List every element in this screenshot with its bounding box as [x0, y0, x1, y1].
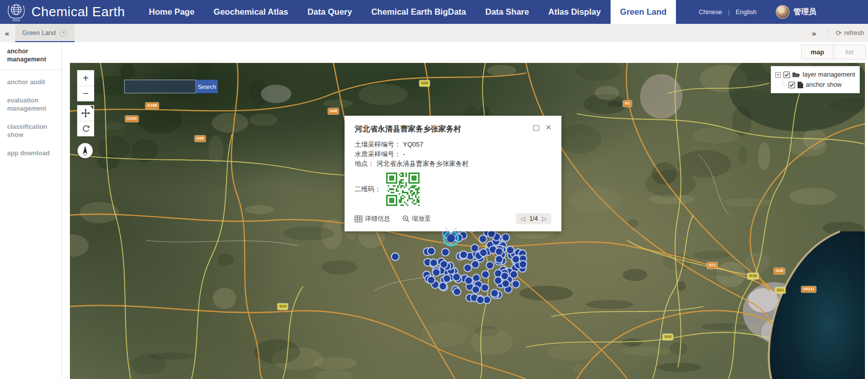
- sample-point-marker[interactable]: [427, 247, 436, 256]
- sample-point-marker[interactable]: [490, 289, 499, 297]
- sidebar-item-app-download[interactable]: app download: [0, 144, 61, 162]
- sample-point-marker[interactable]: [459, 250, 468, 259]
- tabbar-right: » ⟳ refresh: [807, 24, 868, 42]
- popup-field: 土壤采样编号：YQ057: [355, 140, 551, 149]
- sample-point-marker[interactable]: [452, 273, 461, 282]
- popup-maximize-icon[interactable]: [533, 125, 539, 131]
- nav-item-data-query[interactable]: Data Query: [298, 0, 362, 24]
- sample-point-marker[interactable]: [510, 270, 518, 279]
- pager-prev-icon[interactable]: ◁: [520, 215, 525, 222]
- sample-point-marker[interactable]: [439, 260, 448, 269]
- lang-english[interactable]: English: [736, 9, 757, 16]
- sample-point-marker[interactable]: [519, 260, 527, 269]
- popup-close-icon[interactable]: ×: [546, 124, 551, 131]
- lang-separator: |: [728, 9, 730, 16]
- popup-title: 河北省永清县曹家务乡张家务村: [355, 124, 528, 134]
- sample-point-marker[interactable]: [452, 287, 461, 296]
- nav-item-data-share[interactable]: Data Share: [476, 0, 539, 24]
- satellite-map[interactable]: G108G104G95G45S26G2G1G3S24S71G25G18S21G0…: [70, 63, 865, 379]
- layer-root-row[interactable]: layer management: [775, 70, 855, 80]
- view-map-button[interactable]: map: [801, 45, 834, 59]
- rotate-tool-button[interactable]: [78, 121, 94, 136]
- layer-child-row[interactable]: anchor show: [782, 80, 855, 90]
- layer-child-label: anchor show: [806, 81, 842, 88]
- nav-item-atlas-display[interactable]: Atlas Display: [539, 0, 611, 24]
- sample-point-marker[interactable]: [441, 248, 449, 256]
- sample-point-marker[interactable]: [495, 255, 504, 264]
- user-menu[interactable]: 管理员: [776, 5, 816, 19]
- lang-chinese[interactable]: Chinese: [699, 9, 722, 16]
- tab-label: Green Land: [22, 29, 56, 37]
- zoom-in-button[interactable]: +: [78, 71, 94, 86]
- field-label: 水质采样编号：: [355, 149, 401, 159]
- layer-child-checkbox[interactable]: [788, 82, 795, 88]
- nav-item-geochemical-atlas[interactable]: Geochemical Atlas: [204, 0, 298, 24]
- tabs-scroll-left-icon[interactable]: «: [0, 24, 14, 42]
- popup-footer: 详细信息 缩放至 ◁ 1/4 ▷: [355, 212, 551, 225]
- layer-management-panel: layer management anchor show: [771, 66, 860, 93]
- sidebar-item-classification-show[interactable]: classification show: [0, 118, 61, 144]
- nav-item-chemical-earth-bigdata[interactable]: Chemical Earth BigData: [362, 0, 476, 24]
- sample-point-marker[interactable]: [427, 275, 436, 284]
- sample-point-marker[interactable]: [511, 280, 520, 288]
- zoom-out-button[interactable]: −: [78, 86, 94, 101]
- sample-point-marker[interactable]: [391, 253, 400, 261]
- field-value: YQ057: [403, 140, 423, 149]
- search-button[interactable]: Search: [196, 80, 218, 93]
- sample-point-marker[interactable]: [464, 276, 473, 285]
- sample-point-marker[interactable]: [430, 259, 438, 267]
- view-list-button[interactable]: list: [834, 45, 866, 59]
- sample-point-marker[interactable]: [476, 296, 484, 304]
- sidebar-item-evaluation-management[interactable]: evaluation management: [0, 91, 61, 118]
- qr-code: [386, 173, 420, 206]
- refresh-button[interactable]: ⟳ refresh: [828, 28, 864, 38]
- road-badge: S71: [707, 262, 718, 268]
- pager-next-icon[interactable]: ▷: [542, 215, 547, 222]
- nav-item-green-land[interactable]: Green Land: [611, 0, 676, 24]
- sample-point-marker[interactable]: [439, 282, 447, 290]
- pager-current: 1/4: [529, 215, 538, 222]
- zoom-to-icon: [402, 215, 409, 222]
- map-search: Search: [124, 80, 218, 93]
- language-switch: Chinese | English: [699, 9, 757, 16]
- detail-info-label: 详细信息: [365, 215, 390, 223]
- sample-point-marker[interactable]: [501, 272, 509, 281]
- sidebar-item-anchor-management[interactable]: anchor management: [0, 42, 61, 68]
- layer-root-label: layer management: [803, 71, 855, 78]
- sample-point-marker[interactable]: [486, 261, 495, 270]
- sample-point-marker[interactable]: [502, 280, 510, 288]
- popup-pointer: [445, 226, 457, 233]
- sample-point-marker[interactable]: [506, 246, 515, 255]
- sample-point-marker[interactable]: [472, 285, 480, 294]
- sidebar-item-anchor-audit[interactable]: anchor audit: [0, 73, 61, 91]
- table-icon: [355, 216, 362, 222]
- compass-control[interactable]: [78, 143, 93, 158]
- sample-point-marker[interactable]: [501, 233, 510, 242]
- globe-logo-icon: ICGG: [6, 2, 26, 23]
- sample-point-marker[interactable]: [480, 283, 489, 292]
- zoom-to-button[interactable]: 缩放至: [402, 215, 431, 223]
- pan-tool-button[interactable]: [78, 106, 94, 121]
- sidebar-divider: [0, 70, 61, 70]
- road-badge: G104: [125, 116, 138, 122]
- search-input[interactable]: [124, 80, 196, 93]
- tabs-scroll-right-icon[interactable]: »: [807, 29, 821, 38]
- sample-point-marker[interactable]: [479, 249, 487, 257]
- field-label: 地点：: [355, 159, 374, 168]
- tab-green-land[interactable]: Green Land ✕: [15, 24, 74, 42]
- sample-point-marker[interactable]: [471, 260, 480, 268]
- sample-point-marker[interactable]: [463, 263, 472, 272]
- field-value: 河北省永清县曹家务乡张家务村: [376, 159, 469, 168]
- tree-elbow: [782, 81, 787, 86]
- road-badge: G1: [623, 100, 632, 107]
- sample-point-marker[interactable]: [481, 270, 490, 279]
- detail-info-button[interactable]: 详细信息: [355, 215, 390, 223]
- nav-item-home-page[interactable]: Home Page: [139, 0, 204, 24]
- road-badge: S30: [663, 334, 673, 340]
- collapse-icon[interactable]: [775, 72, 781, 78]
- qr-row: 二维码：: [355, 173, 551, 206]
- field-value: -: [403, 149, 405, 159]
- main-menu: Home PageGeochemical AtlasData QueryChem…: [139, 0, 611, 24]
- tab-close-icon[interactable]: ✕: [60, 29, 67, 37]
- layer-root-checkbox[interactable]: [783, 72, 790, 78]
